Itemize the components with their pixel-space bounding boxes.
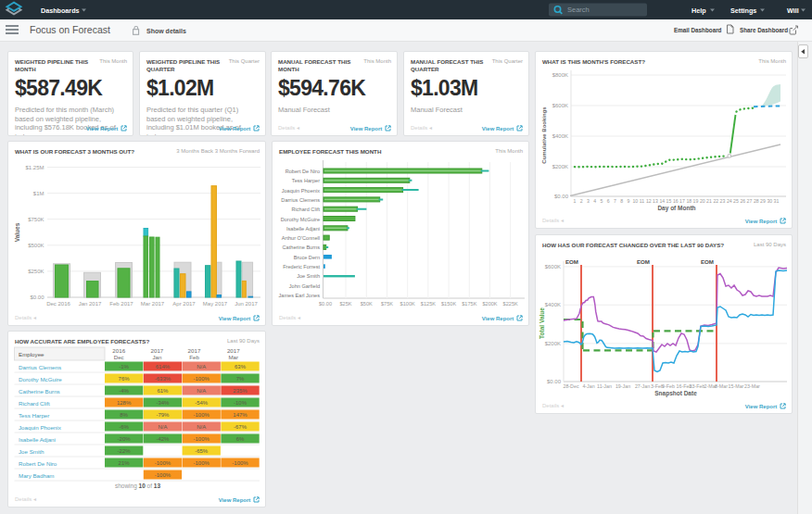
svg-text:Jan 2017: Jan 2017 <box>79 301 102 307</box>
svg-text:147%: 147% <box>233 412 247 418</box>
svg-text:Darrius Clemens: Darrius Clemens <box>281 197 320 203</box>
svg-text:$0.00: $0.00 <box>30 295 44 300</box>
svg-text:$600K: $600K <box>552 103 568 108</box>
svg-text:EOM: EOM <box>701 258 714 265</box>
svg-text:Apr 2017: Apr 2017 <box>172 301 196 307</box>
svg-text:Cumulative Bookings: Cumulative Bookings <box>541 107 547 164</box>
svg-text:$500K: $500K <box>28 243 44 248</box>
svg-text:$0.00: $0.00 <box>547 379 562 384</box>
svg-text:$200K: $200K <box>552 164 568 169</box>
svg-text:$200K: $200K <box>545 341 561 346</box>
svg-text:Dec: Dec <box>114 354 124 360</box>
svg-text:-10%: -10% <box>234 400 247 406</box>
svg-text:26: 26 <box>740 198 745 204</box>
svg-text:$175K: $175K <box>462 301 476 307</box>
svg-text:30: 30 <box>767 198 772 204</box>
svg-text:18: 18 <box>686 198 691 204</box>
svg-text:Email Dashboard: Email Dashboard <box>674 27 722 33</box>
svg-text:EOM: EOM <box>565 258 578 265</box>
svg-text:Isabelle Adjani: Isabelle Adjani <box>19 436 56 443</box>
svg-text:-6%: -6% <box>119 424 129 430</box>
svg-text:17: 17 <box>679 198 685 204</box>
svg-text:24: 24 <box>727 198 732 204</box>
svg-text:-42%: -42% <box>156 436 170 442</box>
svg-text:19: 19 <box>693 198 699 204</box>
svg-text:$250K: $250K <box>28 269 44 274</box>
svg-text:4-Jan: 4-Jan <box>582 383 594 389</box>
svg-text:19-Jan: 19-Jan <box>615 383 630 389</box>
svg-text:N/A: N/A <box>158 424 167 430</box>
svg-text:2016: 2016 <box>112 347 125 354</box>
svg-text:Mar 2017: Mar 2017 <box>141 301 165 307</box>
svg-text:6%: 6% <box>236 436 245 442</box>
svg-text:$400K: $400K <box>552 133 568 139</box>
svg-text:Jan: Jan <box>152 354 162 360</box>
svg-text:Dashboards: Dashboards <box>41 6 80 15</box>
svg-text:5: 5 <box>601 198 603 204</box>
svg-text:$100K: $100K <box>400 301 415 307</box>
svg-text:8%: 8% <box>120 412 128 418</box>
svg-text:-100%: -100% <box>155 472 171 478</box>
svg-text:-54%: -54% <box>195 400 209 406</box>
svg-text:8-Mar: 8-Mar <box>715 383 728 389</box>
svg-text:11-Jan: 11-Jan <box>597 383 612 389</box>
svg-text:20: 20 <box>700 198 705 204</box>
svg-text:$150K: $150K <box>441 301 456 307</box>
svg-text:3: 3 <box>587 198 590 204</box>
svg-text:12: 12 <box>646 198 652 204</box>
svg-text:1: 1 <box>574 198 577 204</box>
svg-text:Help: Help <box>691 6 706 15</box>
svg-text:N/A: N/A <box>197 388 206 394</box>
svg-text:Bruce Dern: Bruce Dern <box>294 255 320 260</box>
svg-text:Arthur O'Connell: Arthur O'Connell <box>282 235 320 241</box>
svg-text:-65%: -65% <box>195 448 209 454</box>
svg-text:23-Feb: 23-Feb <box>690 383 705 389</box>
svg-text:9: 9 <box>628 198 630 204</box>
svg-text:-100%: -100% <box>194 376 210 382</box>
svg-text:Joaquin Phoenix: Joaquin Phoenix <box>282 188 321 194</box>
svg-text:23: 23 <box>720 198 726 204</box>
svg-text:7: 7 <box>614 198 616 204</box>
svg-text:$1.25M: $1.25M <box>25 165 44 170</box>
svg-text:Settings: Settings <box>730 6 756 15</box>
svg-text:Catherine Burns: Catherine Burns <box>283 244 321 250</box>
svg-text:$750K: $750K <box>28 217 44 222</box>
svg-text:N/A: N/A <box>197 364 206 370</box>
svg-text:Robert De Niro: Robert De Niro <box>285 169 320 174</box>
svg-text:$225K: $225K <box>503 301 518 307</box>
svg-text:29: 29 <box>760 198 766 204</box>
svg-text:-100%: -100% <box>194 436 210 442</box>
svg-text:John Garfield: John Garfield <box>289 283 320 289</box>
svg-text:-100%: -100% <box>232 460 248 466</box>
svg-text:$125K: $125K <box>421 301 436 307</box>
svg-text:Will: Will <box>787 6 799 15</box>
svg-text:$0.00: $0.00 <box>319 301 332 307</box>
svg-text:22: 22 <box>713 198 718 204</box>
svg-text:Tess Harper: Tess Harper <box>19 412 49 419</box>
svg-text:61%: 61% <box>157 388 169 394</box>
svg-text:15-Mar: 15-Mar <box>729 383 744 389</box>
svg-text:2017: 2017 <box>188 347 201 354</box>
svg-text:$200K: $200K <box>482 301 497 307</box>
svg-text:Richard Clift: Richard Clift <box>292 207 321 212</box>
svg-text:Total Value: Total Value <box>539 307 545 339</box>
svg-text:Employee: Employee <box>19 351 44 357</box>
svg-text:Focus on Forecast: Focus on Forecast <box>30 24 110 35</box>
svg-text:-20%: -20% <box>118 436 132 442</box>
svg-text:Robert De Niro: Robert De Niro <box>19 460 57 467</box>
svg-text:N/A: N/A <box>197 424 206 430</box>
svg-text:Mar: Mar <box>228 354 238 360</box>
svg-text:-633%: -633% <box>155 376 171 382</box>
svg-text:Richard Clift: Richard Clift <box>19 400 50 407</box>
svg-text:$1M: $1M <box>33 191 44 196</box>
svg-text:$400K: $400K <box>545 302 561 307</box>
svg-text:76%: 76% <box>119 376 131 382</box>
svg-text:16: 16 <box>673 198 679 204</box>
svg-text:23-Mar: 23-Mar <box>744 383 760 389</box>
svg-text:10: 10 <box>632 198 638 204</box>
svg-text:EOM: EOM <box>637 258 650 265</box>
svg-text:25: 25 <box>733 198 739 204</box>
svg-text:-100%: -100% <box>194 460 210 466</box>
svg-text:2017: 2017 <box>227 347 240 354</box>
svg-text:28: 28 <box>754 198 759 204</box>
